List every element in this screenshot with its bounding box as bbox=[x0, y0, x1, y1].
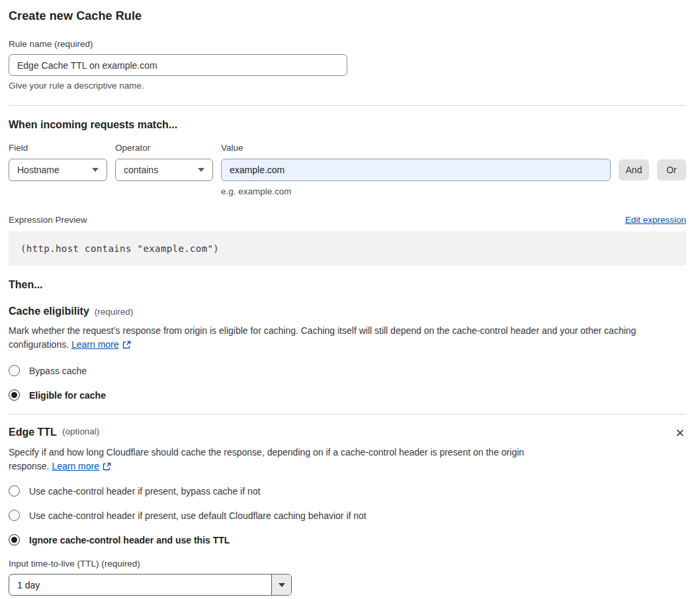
cache-eligibility-heading-row: Cache eligibility (required) bbox=[9, 305, 686, 317]
ttl-dropdown-button[interactable] bbox=[271, 575, 291, 595]
field-select[interactable]: Hostname bbox=[9, 159, 107, 181]
rule-name-label: Rule name (required) bbox=[9, 39, 686, 49]
radio-unselected-icon bbox=[9, 510, 20, 521]
expression-preview-label: Expression Preview bbox=[9, 215, 87, 225]
or-button[interactable]: Or bbox=[657, 159, 686, 180]
operator-label: Operator bbox=[115, 143, 213, 159]
section-divider bbox=[9, 105, 686, 106]
ttl-combobox bbox=[9, 574, 292, 596]
cache-eligibility-learn-more-link[interactable]: Learn more bbox=[71, 339, 119, 350]
section-divider bbox=[9, 414, 686, 415]
radio-label: Use cache-control header if present, use… bbox=[29, 510, 367, 521]
radio-label: Bypass cache bbox=[29, 366, 87, 376]
radio-selected-icon bbox=[9, 389, 20, 401]
rule-name-input[interactable] bbox=[9, 54, 347, 76]
cache-eligibility-description: Mark whether the request’s response from… bbox=[9, 324, 686, 353]
edge-ttl-learn-more-link[interactable]: Learn more bbox=[52, 461, 99, 471]
expression-preview-header: Expression Preview Edit expression bbox=[9, 215, 686, 225]
external-link-icon bbox=[122, 339, 131, 353]
field-select-value: Hostname bbox=[17, 165, 60, 175]
radio-label: Eligible for cache bbox=[29, 390, 106, 401]
cache-eligibility-heading: Cache eligibility bbox=[9, 305, 89, 317]
radio-unselected-icon bbox=[9, 485, 20, 497]
expression-preview-code: (http.host contains "example.com") bbox=[9, 231, 686, 266]
radio-bypass-cache[interactable]: Bypass cache bbox=[9, 365, 686, 376]
edge-ttl-heading: Edge TTL bbox=[9, 426, 57, 438]
radio-label: Ignore cache-control header and use this… bbox=[29, 535, 230, 545]
value-input[interactable] bbox=[221, 159, 611, 181]
value-helper: e.g. example.com bbox=[221, 181, 611, 196]
ttl-label: Input time-to-live (TTL) (required) bbox=[9, 559, 686, 569]
match-condition-row: Field Operator Value Hostname contains A… bbox=[9, 143, 686, 196]
radio-eligible-for-cache[interactable]: Eligible for cache bbox=[9, 389, 686, 401]
external-link-icon bbox=[103, 461, 111, 475]
match-section-heading: When incoming requests match... bbox=[9, 119, 686, 131]
chevron-down-icon bbox=[279, 583, 285, 587]
close-icon[interactable]: ✕ bbox=[674, 426, 686, 440]
chevron-down-icon bbox=[92, 168, 99, 172]
and-button[interactable]: And bbox=[619, 159, 649, 180]
page-title: Create new Cache Rule bbox=[9, 9, 686, 23]
create-cache-rule-form: Create new Cache Rule Rule name (require… bbox=[0, 0, 700, 596]
then-heading: Then... bbox=[9, 279, 686, 291]
edge-ttl-description: Specify if and how long Cloudflare shoul… bbox=[9, 446, 562, 475]
edit-expression-link[interactable]: Edit expression bbox=[625, 215, 686, 225]
cache-eligibility-qualifier: (required) bbox=[95, 307, 134, 317]
chevron-down-icon bbox=[198, 168, 204, 172]
radio-ignore-header-use-ttl[interactable]: Ignore cache-control header and use this… bbox=[9, 534, 686, 545]
edge-ttl-options: Use cache-control header if present, byp… bbox=[9, 485, 686, 545]
rule-name-helper: Give your rule a descriptive name. bbox=[9, 81, 686, 91]
edge-ttl-heading-row: Edge TTL (optional) ✕ bbox=[9, 426, 686, 440]
ttl-input[interactable] bbox=[9, 575, 271, 595]
radio-label: Use cache-control header if present, byp… bbox=[29, 486, 260, 497]
operator-select-value: contains bbox=[124, 165, 158, 175]
field-label: Field bbox=[9, 143, 107, 159]
cache-eligibility-options: Bypass cache Eligible for cache bbox=[9, 365, 686, 401]
value-label: Value bbox=[221, 143, 611, 159]
operator-select[interactable]: contains bbox=[115, 159, 213, 181]
radio-unselected-icon bbox=[9, 365, 20, 376]
radio-use-header-bypass[interactable]: Use cache-control header if present, byp… bbox=[9, 485, 686, 497]
radio-use-header-default[interactable]: Use cache-control header if present, use… bbox=[9, 510, 686, 521]
edge-ttl-qualifier: (optional) bbox=[62, 426, 99, 436]
radio-selected-icon bbox=[9, 534, 20, 545]
